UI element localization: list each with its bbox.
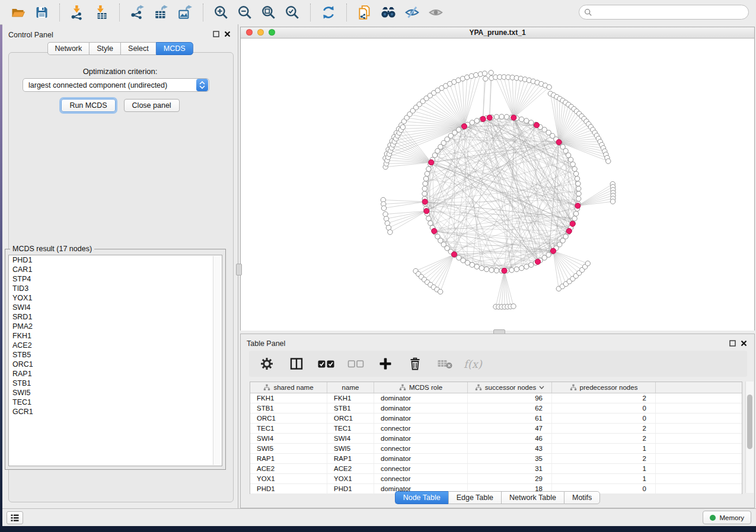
table-row[interactable]: SWI4SWI4dominator462 [250,434,742,444]
export-network-button[interactable] [126,2,149,23]
graph-node[interactable] [524,264,529,269]
graph-node[interactable] [529,262,534,267]
graph-node[interactable] [438,289,442,294]
graph-node[interactable] [474,118,479,123]
tab-mcds[interactable]: MCDS [156,42,193,55]
graph-node[interactable] [534,123,539,128]
close-panel-icon[interactable] [224,29,231,40]
show-all-button[interactable] [424,2,448,23]
graph-node[interactable] [494,114,499,119]
graph-node[interactable] [511,115,516,120]
graph-node[interactable] [570,162,575,166]
graph-node[interactable] [426,216,431,221]
vertical-splitter-handle[interactable] [236,264,242,275]
hide-selected-button[interactable] [400,2,424,23]
graph-node[interactable] [576,191,581,196]
task-history-button[interactable] [7,511,23,524]
show-columns-button[interactable] [286,353,307,374]
graph-node[interactable] [479,265,484,270]
graph-node[interactable] [480,116,486,121]
graph-node[interactable] [575,203,580,209]
graph-node[interactable] [423,176,428,181]
run-mcds-button[interactable]: Run MCDS [61,99,115,112]
export-table-button[interactable] [149,2,173,23]
graph-node[interactable] [519,117,524,121]
graph-node[interactable] [610,199,615,204]
graph-node[interactable] [388,230,393,235]
graph-node[interactable] [547,85,551,89]
zoom-selected-button[interactable] [280,2,304,23]
float-panel-icon[interactable] [213,29,219,40]
table-scrollbar[interactable] [745,382,754,493]
delete-column-button[interactable] [404,353,426,374]
graph-node[interactable] [474,264,479,269]
graph-node[interactable] [576,196,581,201]
graph-node[interactable] [504,114,509,119]
search-network-button[interactable] [377,2,400,23]
graph-node[interactable] [423,181,428,186]
graph-node[interactable] [422,186,427,191]
tab-select[interactable]: Select [120,42,156,55]
column-header-name[interactable]: name [327,382,374,393]
graph-node[interactable] [494,268,499,273]
import-table-button[interactable] [90,2,113,23]
table-row[interactable]: ACE2ACE2connector311 [250,464,742,474]
graph-node[interactable] [570,221,575,226]
column-header-shared-name[interactable]: shared name [250,382,327,393]
zoom-out-button[interactable] [233,2,257,23]
graph-node[interactable] [576,186,581,191]
graph-node[interactable] [576,181,580,186]
graph-node[interactable] [529,120,534,125]
function-builder-button[interactable]: f(x) [464,353,482,374]
list-scrollbar[interactable] [213,256,221,465]
graph-node[interactable] [514,267,519,271]
first-neighbors-button[interactable] [317,2,340,23]
table-row[interactable]: ORC1ORC1dominator610 [250,414,742,424]
network-graph-canvas[interactable] [241,39,754,331]
graph-node[interactable] [422,191,427,196]
graph-node[interactable] [575,176,579,181]
graph-node[interactable] [502,268,507,273]
column-header-successor-nodes[interactable]: successor nodes [468,382,552,393]
graph-node[interactable] [483,76,488,81]
search-input[interactable] [596,8,744,17]
graph-node[interactable] [426,166,431,171]
graph-node[interactable] [425,171,429,176]
mcds-result-item[interactable]: STB1 [9,379,222,388]
graph-node[interactable] [429,160,434,165]
table-options-gear-button[interactable] [256,353,277,374]
graph-node[interactable] [474,72,479,77]
graph-node[interactable] [511,304,516,309]
table-row[interactable]: STB1STB1dominator620 [250,403,742,414]
close-window-icon[interactable] [246,29,253,36]
graph-node[interactable] [470,262,474,267]
table-row[interactable]: YOX1YOX1connector291 [250,474,742,484]
table-row[interactable]: TEC1TEC1connector472 [250,424,742,434]
tab-node-table[interactable]: Node Table [395,491,448,504]
graph-node[interactable] [489,268,494,273]
add-column-button[interactable] [375,353,396,374]
graph-node[interactable] [550,248,556,254]
graph-node[interactable] [509,268,514,273]
mcds-result-item[interactable]: TID3 [9,284,222,293]
mcds-result-item[interactable]: PMA2 [9,322,222,331]
graph-node[interactable] [428,221,433,226]
graph-node[interactable] [573,211,578,216]
export-image-button[interactable] [173,2,197,23]
graph-node[interactable] [499,114,504,119]
tab-network[interactable]: Network [47,42,89,55]
graph-node[interactable] [469,73,474,78]
mcds-result-item[interactable]: RAP1 [9,369,222,379]
graph-node[interactable] [585,261,590,265]
graph-node[interactable] [572,166,577,171]
minimize-window-icon[interactable] [257,29,264,36]
mcds-result-item[interactable]: CAR1 [9,265,222,274]
mcds-result-item[interactable]: STB5 [9,350,222,360]
network-window-titlebar[interactable]: YPA_prune.txt_1 [241,27,754,39]
graph-node[interactable] [432,228,437,233]
tab-motifs[interactable]: Motifs [564,491,600,504]
tab-network-table[interactable]: Network Table [501,491,564,504]
mcds-result-item[interactable]: SRD1 [9,312,222,322]
criterion-dropdown[interactable]: largest connected component (undirected) [23,78,209,92]
graph-node[interactable] [381,206,386,210]
